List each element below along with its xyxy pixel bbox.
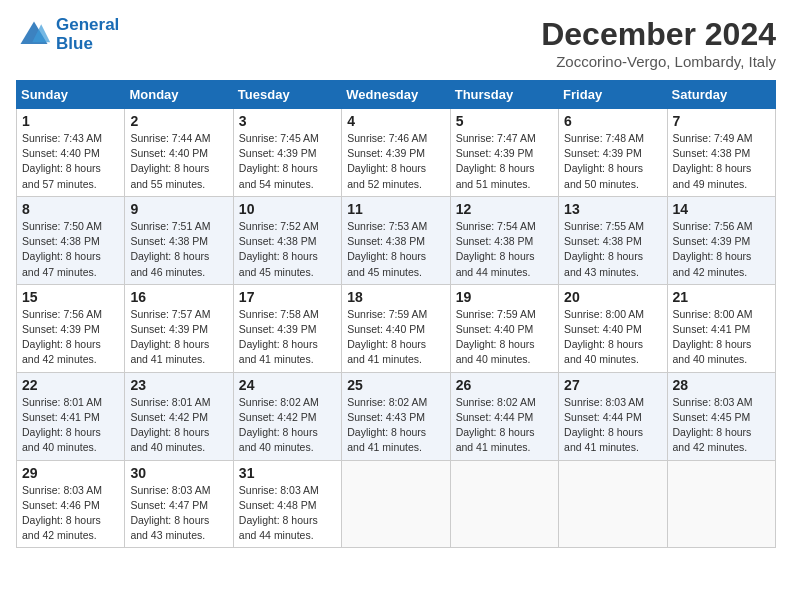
day-number: 27 bbox=[564, 377, 661, 393]
day-info: Sunrise: 7:43 AMSunset: 4:40 PMDaylight:… bbox=[22, 131, 119, 192]
weekday-header-tuesday: Tuesday bbox=[233, 81, 341, 109]
day-info: Sunrise: 7:48 AMSunset: 4:39 PMDaylight:… bbox=[564, 131, 661, 192]
day-number: 15 bbox=[22, 289, 119, 305]
day-info: Sunrise: 8:03 AMSunset: 4:46 PMDaylight:… bbox=[22, 483, 119, 544]
calendar-cell: 16Sunrise: 7:57 AMSunset: 4:39 PMDayligh… bbox=[125, 284, 233, 372]
calendar-week-2: 8Sunrise: 7:50 AMSunset: 4:38 PMDaylight… bbox=[17, 196, 776, 284]
calendar-cell: 8Sunrise: 7:50 AMSunset: 4:38 PMDaylight… bbox=[17, 196, 125, 284]
day-number: 4 bbox=[347, 113, 444, 129]
day-number: 28 bbox=[673, 377, 770, 393]
day-number: 16 bbox=[130, 289, 227, 305]
calendar-cell: 26Sunrise: 8:02 AMSunset: 4:44 PMDayligh… bbox=[450, 372, 558, 460]
day-info: Sunrise: 8:00 AMSunset: 4:40 PMDaylight:… bbox=[564, 307, 661, 368]
calendar-cell: 29Sunrise: 8:03 AMSunset: 4:46 PMDayligh… bbox=[17, 460, 125, 548]
day-info: Sunrise: 7:53 AMSunset: 4:38 PMDaylight:… bbox=[347, 219, 444, 280]
day-number: 5 bbox=[456, 113, 553, 129]
day-number: 17 bbox=[239, 289, 336, 305]
day-number: 9 bbox=[130, 201, 227, 217]
calendar-week-1: 1Sunrise: 7:43 AMSunset: 4:40 PMDaylight… bbox=[17, 109, 776, 197]
calendar-cell: 12Sunrise: 7:54 AMSunset: 4:38 PMDayligh… bbox=[450, 196, 558, 284]
day-number: 20 bbox=[564, 289, 661, 305]
day-number: 3 bbox=[239, 113, 336, 129]
month-title: December 2024 bbox=[541, 16, 776, 53]
calendar-week-3: 15Sunrise: 7:56 AMSunset: 4:39 PMDayligh… bbox=[17, 284, 776, 372]
day-info: Sunrise: 7:58 AMSunset: 4:39 PMDaylight:… bbox=[239, 307, 336, 368]
calendar-cell: 27Sunrise: 8:03 AMSunset: 4:44 PMDayligh… bbox=[559, 372, 667, 460]
calendar-cell bbox=[450, 460, 558, 548]
day-number: 10 bbox=[239, 201, 336, 217]
day-number: 12 bbox=[456, 201, 553, 217]
calendar-cell: 15Sunrise: 7:56 AMSunset: 4:39 PMDayligh… bbox=[17, 284, 125, 372]
day-number: 11 bbox=[347, 201, 444, 217]
weekday-header-friday: Friday bbox=[559, 81, 667, 109]
calendar-cell: 1Sunrise: 7:43 AMSunset: 4:40 PMDaylight… bbox=[17, 109, 125, 197]
calendar-cell: 19Sunrise: 7:59 AMSunset: 4:40 PMDayligh… bbox=[450, 284, 558, 372]
calendar-cell: 3Sunrise: 7:45 AMSunset: 4:39 PMDaylight… bbox=[233, 109, 341, 197]
logo-text: General Blue bbox=[56, 16, 119, 53]
calendar-cell: 21Sunrise: 8:00 AMSunset: 4:41 PMDayligh… bbox=[667, 284, 775, 372]
location-title: Zoccorino-Vergo, Lombardy, Italy bbox=[541, 53, 776, 70]
calendar-week-4: 22Sunrise: 8:01 AMSunset: 4:41 PMDayligh… bbox=[17, 372, 776, 460]
day-info: Sunrise: 8:03 AMSunset: 4:44 PMDaylight:… bbox=[564, 395, 661, 456]
day-info: Sunrise: 8:02 AMSunset: 4:42 PMDaylight:… bbox=[239, 395, 336, 456]
day-number: 6 bbox=[564, 113, 661, 129]
calendar-cell: 25Sunrise: 8:02 AMSunset: 4:43 PMDayligh… bbox=[342, 372, 450, 460]
calendar-cell: 7Sunrise: 7:49 AMSunset: 4:38 PMDaylight… bbox=[667, 109, 775, 197]
calendar-cell: 17Sunrise: 7:58 AMSunset: 4:39 PMDayligh… bbox=[233, 284, 341, 372]
day-number: 19 bbox=[456, 289, 553, 305]
calendar-header-row: SundayMondayTuesdayWednesdayThursdayFrid… bbox=[17, 81, 776, 109]
day-info: Sunrise: 8:01 AMSunset: 4:42 PMDaylight:… bbox=[130, 395, 227, 456]
day-info: Sunrise: 7:52 AMSunset: 4:38 PMDaylight:… bbox=[239, 219, 336, 280]
calendar-cell: 22Sunrise: 8:01 AMSunset: 4:41 PMDayligh… bbox=[17, 372, 125, 460]
day-info: Sunrise: 8:03 AMSunset: 4:48 PMDaylight:… bbox=[239, 483, 336, 544]
day-info: Sunrise: 8:00 AMSunset: 4:41 PMDaylight:… bbox=[673, 307, 770, 368]
day-number: 8 bbox=[22, 201, 119, 217]
day-number: 18 bbox=[347, 289, 444, 305]
calendar-cell: 14Sunrise: 7:56 AMSunset: 4:39 PMDayligh… bbox=[667, 196, 775, 284]
calendar-cell: 31Sunrise: 8:03 AMSunset: 4:48 PMDayligh… bbox=[233, 460, 341, 548]
day-info: Sunrise: 7:54 AMSunset: 4:38 PMDaylight:… bbox=[456, 219, 553, 280]
day-info: Sunrise: 7:56 AMSunset: 4:39 PMDaylight:… bbox=[22, 307, 119, 368]
day-info: Sunrise: 8:03 AMSunset: 4:45 PMDaylight:… bbox=[673, 395, 770, 456]
weekday-header-saturday: Saturday bbox=[667, 81, 775, 109]
day-number: 30 bbox=[130, 465, 227, 481]
day-number: 23 bbox=[130, 377, 227, 393]
day-info: Sunrise: 7:45 AMSunset: 4:39 PMDaylight:… bbox=[239, 131, 336, 192]
day-number: 25 bbox=[347, 377, 444, 393]
day-number: 26 bbox=[456, 377, 553, 393]
calendar-week-5: 29Sunrise: 8:03 AMSunset: 4:46 PMDayligh… bbox=[17, 460, 776, 548]
day-number: 13 bbox=[564, 201, 661, 217]
day-number: 2 bbox=[130, 113, 227, 129]
weekday-header-wednesday: Wednesday bbox=[342, 81, 450, 109]
day-number: 14 bbox=[673, 201, 770, 217]
calendar-cell: 30Sunrise: 8:03 AMSunset: 4:47 PMDayligh… bbox=[125, 460, 233, 548]
calendar-cell: 28Sunrise: 8:03 AMSunset: 4:45 PMDayligh… bbox=[667, 372, 775, 460]
weekday-header-thursday: Thursday bbox=[450, 81, 558, 109]
calendar-cell: 2Sunrise: 7:44 AMSunset: 4:40 PMDaylight… bbox=[125, 109, 233, 197]
calendar-cell: 11Sunrise: 7:53 AMSunset: 4:38 PMDayligh… bbox=[342, 196, 450, 284]
calendar-cell bbox=[342, 460, 450, 548]
calendar-cell bbox=[667, 460, 775, 548]
day-number: 22 bbox=[22, 377, 119, 393]
weekday-header-monday: Monday bbox=[125, 81, 233, 109]
calendar-cell: 5Sunrise: 7:47 AMSunset: 4:39 PMDaylight… bbox=[450, 109, 558, 197]
page-header: General Blue December 2024 Zoccorino-Ver… bbox=[16, 16, 776, 70]
calendar-cell: 23Sunrise: 8:01 AMSunset: 4:42 PMDayligh… bbox=[125, 372, 233, 460]
day-info: Sunrise: 7:51 AMSunset: 4:38 PMDaylight:… bbox=[130, 219, 227, 280]
calendar-cell: 9Sunrise: 7:51 AMSunset: 4:38 PMDaylight… bbox=[125, 196, 233, 284]
day-info: Sunrise: 7:59 AMSunset: 4:40 PMDaylight:… bbox=[347, 307, 444, 368]
calendar-cell: 18Sunrise: 7:59 AMSunset: 4:40 PMDayligh… bbox=[342, 284, 450, 372]
logo: General Blue bbox=[16, 16, 119, 53]
calendar-cell: 20Sunrise: 8:00 AMSunset: 4:40 PMDayligh… bbox=[559, 284, 667, 372]
day-info: Sunrise: 7:50 AMSunset: 4:38 PMDaylight:… bbox=[22, 219, 119, 280]
day-info: Sunrise: 7:56 AMSunset: 4:39 PMDaylight:… bbox=[673, 219, 770, 280]
day-info: Sunrise: 7:55 AMSunset: 4:38 PMDaylight:… bbox=[564, 219, 661, 280]
day-info: Sunrise: 8:03 AMSunset: 4:47 PMDaylight:… bbox=[130, 483, 227, 544]
day-number: 1 bbox=[22, 113, 119, 129]
calendar-cell: 4Sunrise: 7:46 AMSunset: 4:39 PMDaylight… bbox=[342, 109, 450, 197]
calendar-cell: 24Sunrise: 8:02 AMSunset: 4:42 PMDayligh… bbox=[233, 372, 341, 460]
title-block: December 2024 Zoccorino-Vergo, Lombardy,… bbox=[541, 16, 776, 70]
day-info: Sunrise: 7:47 AMSunset: 4:39 PMDaylight:… bbox=[456, 131, 553, 192]
day-number: 7 bbox=[673, 113, 770, 129]
logo-icon bbox=[16, 17, 52, 53]
